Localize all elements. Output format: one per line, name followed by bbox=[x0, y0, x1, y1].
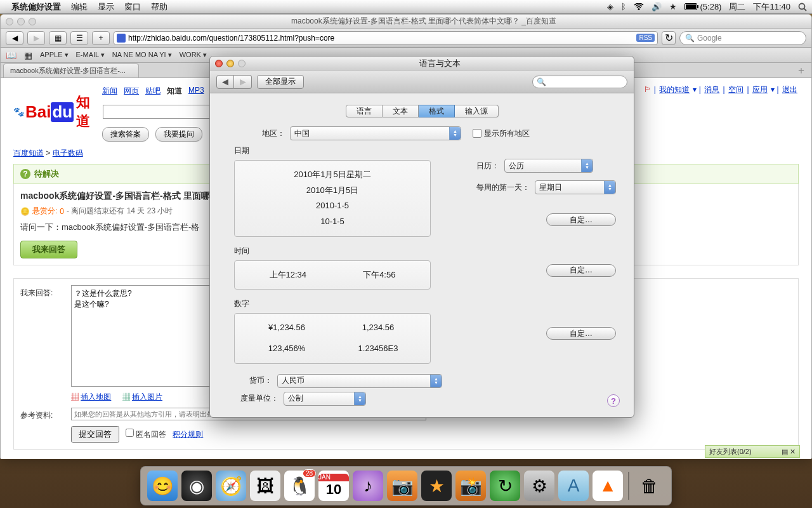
finder-icon[interactable]: 😊 bbox=[147, 471, 178, 501]
prefs-back-button[interactable]: ◀ bbox=[216, 75, 234, 89]
browser-search[interactable]: 🔍 Google bbox=[679, 31, 806, 45]
prefs-forward-button[interactable]: ▶ bbox=[234, 75, 252, 89]
rss-badge[interactable]: RSS bbox=[636, 34, 655, 42]
battery-icon[interactable]: (5:28) bbox=[684, 2, 721, 11]
dashboard-icon[interactable]: ◉ bbox=[181, 471, 212, 501]
bookmark-item[interactable]: NA NE MO NA YI ▾ bbox=[112, 51, 172, 59]
svg-rect-3 bbox=[686, 4, 696, 9]
pending-label: 待解决 bbox=[34, 168, 59, 180]
image-icon: ▦ bbox=[122, 392, 130, 401]
tab-language[interactable]: 语言 bbox=[346, 105, 383, 117]
region-select[interactable]: 中国▲▼ bbox=[290, 126, 461, 140]
currency-select[interactable]: 人民币▲▼ bbox=[277, 374, 442, 388]
topsites-button[interactable]: ▦ bbox=[49, 31, 67, 45]
photobooth-icon[interactable]: 📸 bbox=[455, 471, 486, 501]
calendar-label: 日历： bbox=[476, 161, 499, 171]
insert-image-link[interactable]: 插入图片 bbox=[132, 392, 162, 401]
customize-number-button[interactable]: 自定… bbox=[546, 327, 616, 340]
baidu-logo[interactable]: 🐾 Baidu知道 bbox=[13, 99, 99, 124]
bookmark-item[interactable]: E-MAIL ▾ bbox=[76, 51, 105, 59]
link-logout[interactable]: 退出 bbox=[782, 85, 797, 94]
browser-tab[interactable]: macbook系统偏好设置-多国语言栏-... bbox=[3, 64, 139, 77]
nav-web[interactable]: 网页 bbox=[124, 86, 139, 97]
nav-news[interactable]: 新闻 bbox=[102, 86, 117, 97]
link-myzhidao[interactable]: 我的知道 bbox=[659, 85, 690, 94]
preview-icon[interactable]: 🖼 bbox=[250, 471, 280, 501]
prefs-search[interactable]: 🔍 bbox=[532, 76, 627, 88]
nav-mp3[interactable]: MP3 bbox=[188, 86, 204, 97]
prefs-toolbar: ◀ ▶ 全部显示 🔍 bbox=[210, 70, 634, 93]
nav-tieba[interactable]: 贴吧 bbox=[145, 86, 160, 97]
clock-time[interactable]: 下午11:40 bbox=[753, 1, 790, 13]
measure-label: 度量单位： bbox=[234, 393, 278, 404]
clock-day[interactable]: 周二 bbox=[729, 1, 745, 13]
prefs-close-button[interactable] bbox=[215, 60, 223, 67]
help-button[interactable]: ? bbox=[607, 394, 620, 407]
volume-icon[interactable]: 🔊 bbox=[652, 2, 662, 11]
menu-edit[interactable]: 编辑 bbox=[71, 1, 88, 13]
calendar-select[interactable]: 公历▲▼ bbox=[504, 159, 593, 173]
rules-link[interactable]: 积分规则 bbox=[173, 429, 203, 440]
menu-view[interactable]: 显示 bbox=[98, 1, 114, 13]
nav-zhidao[interactable]: 知道 bbox=[167, 86, 182, 97]
imovie-icon[interactable]: ★ bbox=[421, 471, 452, 501]
anonymous-checkbox[interactable]: 匿名回答 bbox=[126, 429, 166, 440]
spotlight-icon[interactable] bbox=[798, 3, 807, 11]
bookmark-item[interactable]: APPLE ▾ bbox=[40, 51, 69, 59]
menu-help[interactable]: 帮助 bbox=[151, 1, 167, 13]
ical-icon[interactable]: JAN 10 bbox=[318, 471, 349, 501]
tab-input[interactable]: 输入源 bbox=[455, 105, 499, 117]
add-button[interactable]: ＋ bbox=[92, 31, 110, 45]
back-button[interactable]: ◀ bbox=[6, 31, 23, 45]
app-menu[interactable]: 系统偏好设置 bbox=[11, 1, 61, 13]
prefs-minimize-button[interactable] bbox=[226, 60, 234, 67]
bookmark-button[interactable]: ☰ bbox=[70, 31, 88, 45]
appstore-icon[interactable]: A bbox=[558, 471, 589, 501]
itunes-icon[interactable]: ♪ bbox=[353, 471, 383, 501]
timemachine-icon[interactable]: ↻ bbox=[490, 471, 520, 501]
submit-answer-button[interactable]: 提交回答 bbox=[71, 426, 119, 443]
link-apps[interactable]: 应用 bbox=[752, 85, 768, 94]
ask-question-button[interactable]: 我要提问 bbox=[155, 127, 202, 142]
vlc-icon[interactable]: ▲ bbox=[593, 471, 623, 501]
measure-select[interactable]: 公制▲▼ bbox=[284, 392, 366, 406]
iphoto-icon[interactable]: 📷 bbox=[387, 471, 417, 501]
new-tab-button[interactable]: ＋ bbox=[791, 64, 811, 77]
safari-icon[interactable]: 🧭 bbox=[216, 471, 246, 501]
search-answer-button[interactable]: 搜索答案 bbox=[102, 127, 149, 142]
script-menu-icon[interactable]: ◈ bbox=[607, 2, 613, 11]
bookmarks-icon[interactable]: 📖 bbox=[6, 50, 16, 60]
minimize-button[interactable] bbox=[17, 18, 25, 25]
topsites-icon[interactable]: ▦ bbox=[24, 50, 32, 60]
bookmark-item[interactable]: WORK ▾ bbox=[180, 51, 207, 59]
trash-icon[interactable]: 🗑 bbox=[634, 471, 665, 501]
star-icon[interactable]: ★ bbox=[669, 2, 677, 11]
show-all-regions-checkbox[interactable]: 显示所有地区 bbox=[473, 128, 530, 139]
prefs-zoom-button[interactable] bbox=[238, 60, 246, 67]
customize-date-button[interactable]: 自定… bbox=[546, 213, 616, 226]
customize-time-button[interactable]: 自定… bbox=[546, 264, 616, 277]
wifi-icon[interactable] bbox=[634, 3, 644, 11]
deadline-text: - 离问题结束还有 14 天 23 小时 bbox=[67, 206, 173, 217]
reload-button[interactable]: ↻ bbox=[662, 31, 676, 45]
answer-button[interactable]: 我来回答 bbox=[20, 241, 77, 258]
friends-label: 好友列表(0/2) bbox=[709, 447, 752, 457]
crumb-home[interactable]: 百度知道 bbox=[13, 149, 44, 157]
bluetooth-icon[interactable]: ᛒ bbox=[621, 2, 626, 11]
link-space[interactable]: 空间 bbox=[728, 85, 743, 94]
crumb-category[interactable]: 电子数码 bbox=[53, 149, 83, 157]
tab-formats[interactable]: 格式 bbox=[419, 105, 455, 117]
sysprefs-icon[interactable]: ⚙ bbox=[524, 471, 554, 501]
weekstart-select[interactable]: 星期日▲▼ bbox=[535, 180, 616, 194]
insert-map-link[interactable]: 插入地图 bbox=[81, 392, 111, 401]
forward-button[interactable]: ▶ bbox=[27, 31, 45, 45]
qq-icon[interactable]: 🐧28 bbox=[284, 471, 315, 501]
link-messages[interactable]: 消息 bbox=[704, 85, 719, 94]
tab-text[interactable]: 文本 bbox=[383, 105, 419, 117]
url-bar[interactable]: http://zhidao.baidu.com/question/1738051… bbox=[114, 31, 658, 45]
menu-window[interactable]: 窗口 bbox=[124, 1, 141, 13]
show-all-button[interactable]: 全部显示 bbox=[257, 75, 304, 89]
close-button[interactable] bbox=[6, 18, 13, 25]
zoom-button[interactable] bbox=[29, 18, 36, 25]
friends-bar[interactable]: 好友列表(0/2) ▤ ✕ bbox=[705, 445, 800, 458]
